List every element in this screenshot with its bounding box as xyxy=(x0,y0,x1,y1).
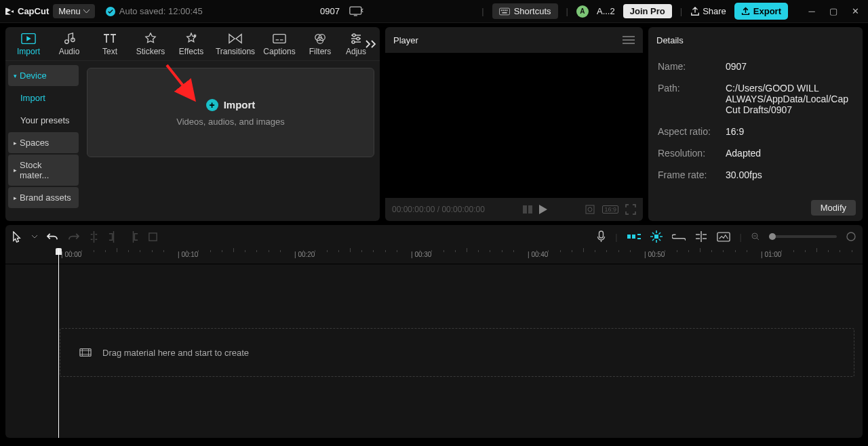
share-button[interactable]: Share xyxy=(690,6,726,16)
svg-rect-19 xyxy=(586,205,594,214)
svg-rect-3 xyxy=(502,9,504,11)
modify-button[interactable]: Modify xyxy=(811,200,856,216)
stickers-icon xyxy=(144,32,157,45)
zoom-fit-button[interactable] xyxy=(846,232,856,241)
auto-snap-button[interactable] xyxy=(650,230,663,243)
selection-tool[interactable] xyxy=(12,231,22,243)
zoom-out-button[interactable] xyxy=(751,232,760,241)
tab-text-label: Text xyxy=(102,47,117,56)
effects-icon xyxy=(185,32,197,45)
join-pro-button[interactable]: Join Pro xyxy=(623,4,672,18)
plus-icon: + xyxy=(206,99,218,111)
menu-button[interactable]: Menu xyxy=(53,4,95,18)
tabs-overflow-button[interactable] xyxy=(365,39,377,49)
tab-filters-label: Filters xyxy=(309,47,332,56)
autosave-status: Auto saved: 12:00:45 xyxy=(106,6,203,16)
magnet-main-button[interactable] xyxy=(627,232,641,241)
share-label: Share xyxy=(703,6,726,16)
player-controls: 00:00:00:00 / 00:00:00:00 16:9 xyxy=(385,198,643,221)
sidebar-item-presets[interactable]: Your presets xyxy=(8,110,79,131)
film-icon xyxy=(79,348,92,357)
sidebar-cat-spaces[interactable]: ▸Spaces xyxy=(8,132,79,153)
scale-icon[interactable] xyxy=(585,204,595,215)
captions-icon xyxy=(273,32,286,45)
text-icon xyxy=(103,32,117,45)
tab-filters[interactable]: Filters xyxy=(300,32,340,56)
svg-rect-10 xyxy=(273,34,285,43)
export-button[interactable]: Export xyxy=(734,3,788,20)
timeline-body[interactable]: Drag material here and start to create xyxy=(5,264,863,438)
player-header: Player xyxy=(385,27,643,53)
detail-row-name: Name:0907 xyxy=(658,56,853,77)
tab-audio-label: Audio xyxy=(59,47,80,56)
timeline-ruler[interactable]: | 00:00| 00:10| 00:20| 00:30| 00:40| 00:… xyxy=(5,248,863,264)
library-content: + Import Videos, audios, and images xyxy=(81,61,380,221)
redo-button[interactable] xyxy=(68,232,79,242)
svg-rect-1 xyxy=(499,8,509,15)
ruler-mark: | 01:00 xyxy=(761,251,781,258)
linkage-button[interactable] xyxy=(672,232,686,241)
tab-transitions[interactable]: Transitions xyxy=(212,32,259,56)
delete-left-tool[interactable] xyxy=(108,231,119,243)
svg-point-14 xyxy=(353,34,355,37)
player-menu-icon[interactable] xyxy=(623,36,635,44)
sidebar-cat-brand[interactable]: ▸Brand assets xyxy=(8,187,79,208)
import-card[interactable]: + Import Videos, audios, and images xyxy=(87,68,374,157)
tab-stickers[interactable]: Stickers xyxy=(130,32,171,56)
split-tool[interactable] xyxy=(89,231,99,243)
mic-record-button[interactable] xyxy=(597,230,606,243)
detail-row-path: Path:C:/Users/GOOD WILL ALWAYS/AppData/L… xyxy=(658,77,853,121)
minimize-button[interactable]: ─ xyxy=(803,6,821,16)
filters-icon xyxy=(314,32,326,45)
ruler-mark: | 00:10 xyxy=(178,251,198,258)
tab-stickers-label: Stickers xyxy=(136,47,165,56)
undo-button[interactable] xyxy=(47,232,58,242)
timeline[interactable]: | 00:00| 00:10| 00:20| 00:30| 00:40| 00:… xyxy=(5,248,863,438)
import-card-subtitle: Videos, audios, and images xyxy=(176,117,284,127)
selection-tool-dropdown[interactable] xyxy=(32,235,37,239)
user-name[interactable]: A...2 xyxy=(597,6,615,16)
compare-icon[interactable] xyxy=(523,205,532,214)
sidebar-item-import[interactable]: Import xyxy=(8,87,79,108)
sidebar-cat-stock[interactable]: ▸Stock mater... xyxy=(8,155,79,186)
preview-axis-button[interactable] xyxy=(695,231,707,242)
delete-right-tool[interactable] xyxy=(128,231,138,243)
tab-captions[interactable]: Captions xyxy=(259,32,300,56)
tab-import[interactable]: Import xyxy=(8,32,49,56)
sidebar-cat-device[interactable]: ▾Device xyxy=(8,65,79,86)
svg-point-15 xyxy=(357,37,359,40)
titlebar: CapCut Menu Auto saved: 12:00:45 0907 | … xyxy=(0,0,868,23)
zoom-slider[interactable] xyxy=(769,235,837,238)
avatar[interactable]: A xyxy=(576,5,589,18)
details-title: Details xyxy=(656,35,684,45)
close-button[interactable]: ✕ xyxy=(846,6,864,16)
shortcuts-button[interactable]: Shortcuts xyxy=(492,3,558,19)
details-header: Details xyxy=(648,27,863,53)
aspect-badge[interactable]: 16:9 xyxy=(602,205,618,214)
timeline-dropzone[interactable]: Drag material here and start to create xyxy=(60,328,854,377)
tab-text[interactable]: Text xyxy=(90,32,130,56)
tab-adjust-label: Adjus xyxy=(346,47,366,56)
chevron-down-icon xyxy=(83,9,90,14)
tab-audio[interactable]: Audio xyxy=(49,32,90,56)
crop-tool[interactable] xyxy=(148,232,158,242)
zoom-slider-thumb[interactable] xyxy=(769,233,776,240)
project-name[interactable]: 0907 xyxy=(320,6,340,16)
media-library-panel: Import Audio Text Stickers Effects Trans… xyxy=(5,27,380,221)
cover-button[interactable] xyxy=(717,232,730,242)
tab-transitions-label: Transitions xyxy=(216,47,255,56)
share-icon xyxy=(690,7,700,16)
sidebar-brand-label: Brand assets xyxy=(20,192,71,203)
keyboard-icon xyxy=(499,7,510,16)
tab-effects[interactable]: Effects xyxy=(171,32,212,56)
display-icon[interactable] xyxy=(349,6,364,17)
detail-row-aspect: Aspect ratio:16:9 xyxy=(658,121,853,142)
divider: | xyxy=(566,6,568,16)
divider: | xyxy=(680,6,682,16)
svg-rect-21 xyxy=(149,232,157,240)
fullscreen-icon[interactable] xyxy=(625,204,636,215)
play-button[interactable] xyxy=(539,205,547,214)
maximize-button[interactable]: ▢ xyxy=(825,6,842,16)
ruler-mark: | 00:40 xyxy=(528,251,548,258)
player-stage[interactable] xyxy=(385,53,643,198)
